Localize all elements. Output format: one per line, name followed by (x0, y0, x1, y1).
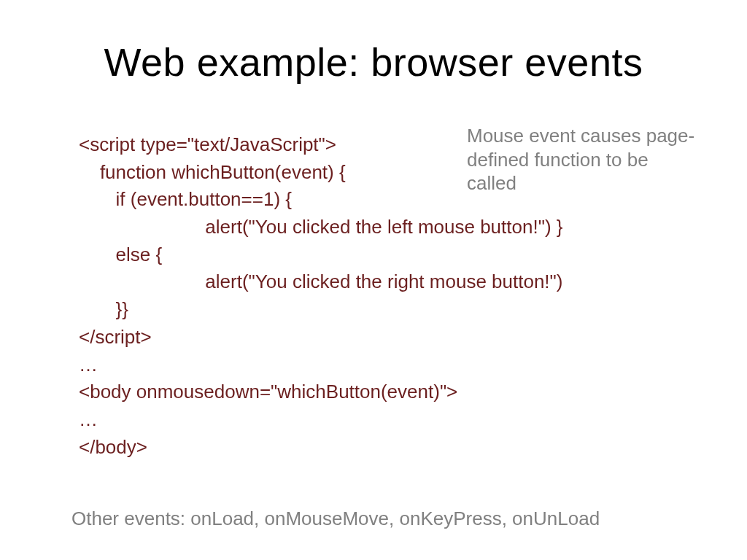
code-line: if (event.button==1) { (79, 188, 292, 210)
code-line: </body> (79, 436, 147, 458)
footer-note: Other events: onLoad, onMouseMove, onKey… (71, 508, 699, 530)
code-line: function whichButton(event) { (79, 161, 346, 183)
slide: Web example: browser events Mouse event … (0, 0, 747, 560)
code-line: … (79, 354, 98, 376)
code-line: … (79, 408, 98, 430)
code-line: <script type="text/JavaScript"> (79, 133, 336, 155)
code-line: <body onmousedown="whichButton(event)"> (79, 381, 457, 402)
code-line: else { (79, 244, 162, 265)
code-block: <script type="text/JavaScript"> function… (79, 131, 677, 461)
code-line: alert("You clicked the left mouse button… (79, 216, 562, 238)
code-line: </script> (79, 326, 152, 348)
slide-title: Web example: browser events (0, 39, 747, 85)
code-line: }} (79, 298, 128, 320)
code-line: alert("You clicked the right mouse butto… (79, 271, 562, 292)
